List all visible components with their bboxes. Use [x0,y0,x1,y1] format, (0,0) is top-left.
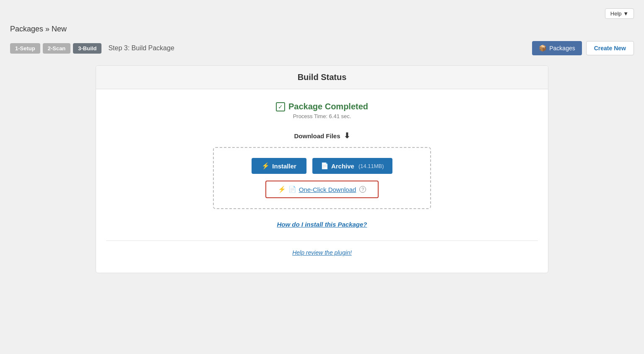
step-bar: 1-Setup 2-Scan 3-Build Step 3: Build Pac… [10,41,634,55]
one-click-bolt-icon: ⚡ [278,186,286,193]
one-click-download-button[interactable]: ⚡ 📄 One-Click Download ? [265,181,379,198]
download-buttons-row: ⚡ Installer 📄 Archive (14.11MB) [231,158,413,174]
bolt-icon: ⚡ [262,162,270,170]
packages-label: Packages [549,45,575,52]
create-new-button[interactable]: Create New [586,41,634,55]
installer-button[interactable]: ⚡ Installer [252,158,306,174]
action-buttons: 📦 Packages Create New [532,41,634,55]
one-click-wrapper: ⚡ 📄 One-Click Download ? [231,181,413,198]
one-click-file-icon: 📄 [288,186,296,193]
step-scan-button[interactable]: 2-Scan [43,43,71,54]
file-icon: 📄 [321,162,329,170]
archive-size: (14.11MB) [358,163,384,169]
packages-icon: 📦 [539,44,547,52]
card-header: Build Status [96,66,548,89]
breadcrumb: Packages » New [10,25,634,34]
how-install-link[interactable]: How do I install this Package? [106,221,538,228]
card-body: ✓ Package Completed Process Time: 6.41 s… [96,89,548,273]
archive-label: Archive [331,163,354,170]
process-time: Process Time: 6.41 sec. [106,113,538,119]
top-bar: Help ▼ [10,8,634,19]
step-build-button[interactable]: 3-Build [73,43,101,54]
download-title-text: Download Files [294,132,340,140]
download-icon: ⬇ [344,131,350,140]
packages-button[interactable]: 📦 Packages [532,41,582,55]
check-icon: ✓ [276,102,285,111]
divider [106,240,538,241]
card-header-title: Build Status [298,72,347,82]
installer-label: Installer [272,163,296,170]
archive-button[interactable]: 📄 Archive (14.11MB) [312,158,392,174]
completed-text: Package Completed [288,102,368,111]
download-box: ⚡ Installer 📄 Archive (14.11MB) ⚡ 📄 One-… [213,147,431,209]
help-review-link[interactable]: Help review the plugin! [106,249,538,256]
step-label: Step 3: Build Package [108,44,532,52]
download-section-title: Download Files ⬇ [106,131,538,140]
one-click-help-icon[interactable]: ? [359,186,366,193]
one-click-label: One-Click Download [299,186,356,193]
main-card: Build Status ✓ Package Completed Process… [96,65,548,273]
help-button[interactable]: Help ▼ [605,8,634,19]
step-setup-button[interactable]: 1-Setup [10,43,40,54]
package-completed-row: ✓ Package Completed [106,102,538,111]
